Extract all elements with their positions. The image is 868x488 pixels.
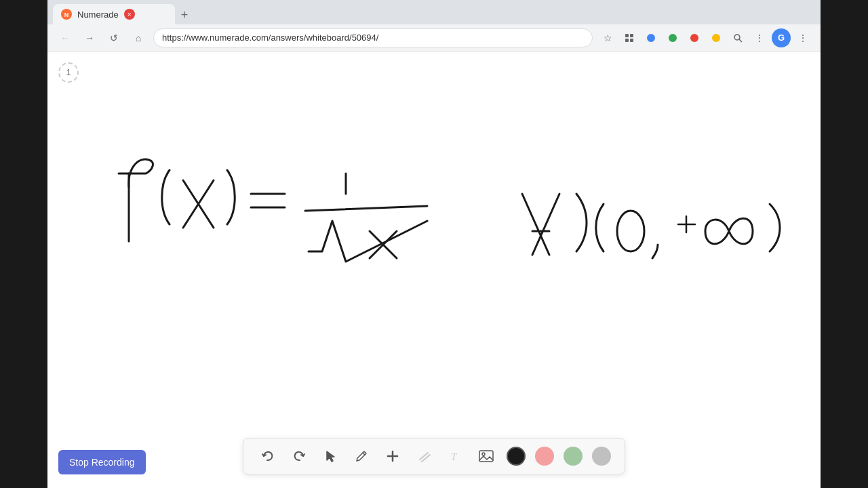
url-text: https://www.numerade.com/answers/whitebo… — [162, 33, 378, 43]
svg-line-27 — [420, 453, 428, 460]
back-button[interactable]: ← — [56, 28, 75, 47]
math-whiteboard-svg — [88, 106, 821, 377]
svg-text:N: N — [64, 12, 69, 18]
stop-recording-button[interactable]: Stop Recording — [58, 450, 146, 474]
svg-line-24 — [363, 453, 365, 455]
svg-point-6 — [647, 34, 655, 42]
tab-close-button[interactable]: × — [124, 9, 135, 20]
page-badge: 1 — [58, 62, 79, 83]
browser-actions: ☆ — [598, 28, 812, 47]
svg-rect-4 — [625, 39, 629, 42]
extensions-button[interactable] — [620, 28, 639, 47]
add-button[interactable] — [382, 445, 403, 467]
bottom-toolbar: T — [243, 438, 625, 474]
redo-button[interactable] — [288, 445, 310, 467]
svg-line-11 — [739, 39, 742, 42]
refresh-button[interactable]: ↺ — [104, 28, 123, 47]
home-icon: ⌂ — [136, 33, 141, 43]
color-black[interactable] — [507, 447, 526, 466]
svg-text:T: T — [451, 451, 458, 462]
active-tab[interactable]: N Numerade × — [53, 4, 175, 24]
more-button[interactable]: ⋮ — [793, 28, 812, 47]
color-green[interactable] — [564, 447, 583, 466]
refresh-icon: ↺ — [110, 33, 118, 43]
forward-button[interactable]: → — [80, 28, 99, 47]
ext4-button[interactable] — [707, 28, 726, 47]
url-input[interactable]: https://www.numerade.com/answers/whitebo… — [153, 28, 593, 47]
svg-line-20 — [370, 231, 397, 258]
eraser-button[interactable] — [413, 445, 435, 467]
back-icon: ← — [60, 33, 70, 43]
image-insert-button[interactable] — [475, 445, 497, 467]
ext1-button[interactable] — [642, 28, 660, 47]
pen-tool-button[interactable] — [351, 445, 372, 467]
color-pink[interactable] — [535, 447, 554, 466]
svg-point-8 — [690, 34, 698, 42]
address-bar: ← → ↺ ⌂ https://www.numerade.com/answers… — [47, 24, 821, 52]
tab-bar: N Numerade × + — [47, 0, 821, 24]
svg-line-14 — [183, 180, 214, 228]
svg-line-13 — [183, 180, 214, 228]
menu-button[interactable]: ⋮ — [750, 28, 769, 47]
home-button[interactable]: ⌂ — [129, 28, 148, 47]
svg-rect-30 — [479, 451, 493, 462]
content-area: 1 — [47, 52, 821, 488]
text-tool-button[interactable]: T — [444, 445, 466, 467]
svg-point-31 — [482, 453, 485, 455]
profile-button[interactable]: G — [772, 28, 791, 47]
undo-button[interactable] — [257, 445, 279, 467]
color-gray[interactable] — [592, 447, 611, 466]
svg-point-10 — [734, 35, 740, 40]
svg-point-21 — [617, 211, 644, 251]
bookmark-button[interactable]: ☆ — [598, 28, 617, 47]
svg-line-18 — [305, 206, 427, 211]
page-number: 1 — [66, 68, 71, 77]
svg-point-9 — [712, 34, 720, 42]
svg-line-19 — [370, 231, 397, 258]
select-tool-button[interactable] — [319, 445, 341, 467]
svg-line-28 — [422, 455, 430, 462]
ext3-button[interactable] — [685, 28, 704, 47]
stop-recording-label: Stop Recording — [69, 457, 135, 468]
new-tab-button[interactable]: + — [175, 5, 194, 24]
svg-point-7 — [669, 34, 677, 42]
search-button[interactable] — [728, 28, 747, 47]
ext2-button[interactable] — [663, 28, 682, 47]
forward-icon: → — [85, 33, 94, 43]
svg-rect-2 — [625, 34, 629, 37]
svg-rect-3 — [630, 34, 633, 37]
svg-rect-5 — [630, 39, 633, 42]
tab-favicon: N — [61, 9, 72, 20]
tab-title: Numerade — [77, 9, 119, 20]
